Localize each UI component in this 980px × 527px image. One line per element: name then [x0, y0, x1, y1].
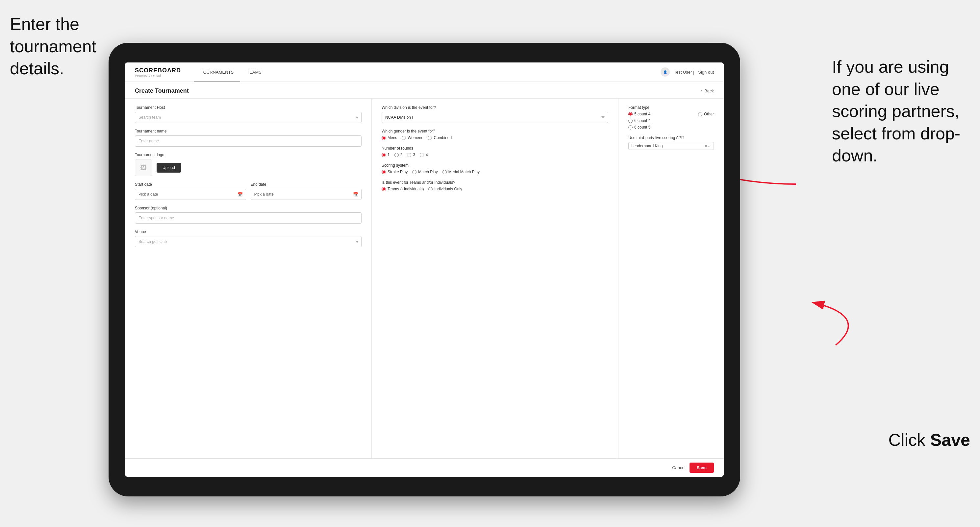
rounds-4-radio[interactable] — [420, 153, 424, 157]
tablet-device: SCOREBOARD Powered by clippi TOURNAMENTS… — [108, 43, 740, 497]
scoring-match-option[interactable]: Match Play — [412, 170, 438, 174]
format-5count4-option[interactable]: 5 count 4 — [628, 112, 651, 116]
upload-button[interactable]: Upload — [157, 163, 181, 173]
sign-out-link[interactable]: Sign out — [698, 70, 714, 75]
format-6count4-radio[interactable] — [628, 119, 633, 123]
rounds-label: Number of rounds — [382, 146, 608, 151]
annotation-top-right: If you are using one of our live scoring… — [832, 56, 970, 167]
scoring-match-radio[interactable] — [412, 170, 417, 174]
format-left-options: 5 count 4 6 count 4 6 count 5 — [628, 112, 651, 130]
brand-subtitle: Powered by clippi — [135, 74, 181, 77]
annotation-bottom-right: Click Save — [888, 429, 970, 451]
page-header: Create Tournament ‹ Back — [125, 82, 724, 98]
page-title: Create Tournament — [135, 87, 189, 94]
scoring-stroke-radio[interactable] — [382, 170, 386, 174]
rounds-1-option[interactable]: 1 — [382, 152, 390, 157]
venue-group: Venue ▾ — [135, 230, 361, 247]
start-date-input-wrapper: 📅 — [135, 189, 246, 200]
tournament-name-label: Tournament name — [135, 129, 361, 133]
start-date-input[interactable] — [135, 189, 246, 200]
rounds-group: Number of rounds 1 2 3 — [382, 146, 608, 157]
gender-womens-radio[interactable] — [402, 136, 406, 140]
venue-label: Venue — [135, 230, 361, 234]
nav-tab-tournaments[interactable]: TOURNAMENTS — [194, 62, 240, 82]
end-date-input[interactable] — [251, 189, 362, 200]
rounds-2-option[interactable]: 2 — [395, 152, 402, 157]
sponsor-label: Sponsor (optional) — [135, 206, 361, 210]
tablet-screen: SCOREBOARD Powered by clippi TOURNAMENTS… — [125, 62, 724, 477]
format-options-row: 5 count 4 6 count 4 6 count 5 — [628, 112, 714, 130]
teams-label: Is this event for Teams and/or Individua… — [382, 180, 608, 185]
gender-combined-radio[interactable] — [428, 136, 432, 140]
tournament-host-input[interactable] — [135, 112, 361, 123]
format-5count4-radio[interactable] — [628, 112, 633, 116]
rounds-3-option[interactable]: 3 — [407, 152, 415, 157]
nav-tab-teams[interactable]: TEAMS — [240, 62, 268, 82]
rounds-2-radio[interactable] — [395, 153, 399, 157]
rounds-radio-group: 1 2 3 4 — [382, 152, 608, 157]
rounds-4-option[interactable]: 4 — [420, 152, 428, 157]
teams-teams-option[interactable]: Teams (+Individuals) — [382, 187, 424, 191]
scoring-stroke-option[interactable]: Stroke Play — [382, 170, 407, 174]
cancel-button[interactable]: Cancel — [672, 465, 685, 470]
venue-input-wrapper: ▾ — [135, 236, 361, 247]
logo-placeholder: 🖼 — [135, 159, 152, 176]
format-other-radio[interactable] — [698, 112, 702, 116]
end-date-input-wrapper: 📅 — [251, 189, 362, 200]
live-scoring-dropdown-icon[interactable]: ⌄ — [708, 144, 711, 148]
start-date-field: Start date 📅 — [135, 182, 246, 200]
venue-input[interactable] — [135, 236, 361, 247]
division-select[interactable]: NCAA Division I NCAA Division II NCAA Di… — [382, 112, 608, 123]
gender-radio-group: Mens Womens Combined — [382, 135, 608, 140]
format-6count5-option[interactable]: 6 count 5 — [628, 125, 651, 130]
back-chevron-icon: ‹ — [700, 89, 702, 94]
sponsor-input[interactable] — [135, 213, 361, 224]
division-label: Which division is the event for? — [382, 105, 608, 110]
tournament-name-input[interactable] — [135, 135, 361, 147]
annotation-top-left: Enter the tournament details. — [10, 13, 122, 80]
live-scoring-tag: Leaderboard King ✕ ⌄ — [628, 142, 714, 150]
form-middle-column: Which division is the event for? NCAA Di… — [372, 98, 619, 458]
format-type-group: Format type 5 count 4 6 count 4 — [628, 105, 714, 130]
scoring-medal-match-radio[interactable] — [442, 170, 447, 174]
gender-womens-option[interactable]: Womens — [402, 135, 423, 140]
tournament-host-input-wrapper: ▾ — [135, 112, 361, 123]
user-avatar: 👤 — [660, 67, 670, 76]
save-button[interactable]: Save — [689, 463, 714, 473]
teams-individuals-option[interactable]: Individuals Only — [428, 187, 462, 191]
sponsor-group: Sponsor (optional) — [135, 206, 361, 224]
gender-combined-option[interactable]: Combined — [428, 135, 452, 140]
scoring-medal-match-option[interactable]: Medal Match Play — [442, 170, 480, 174]
calendar-icon-end: 📅 — [353, 192, 358, 197]
tournament-name-group: Tournament name — [135, 129, 361, 147]
rounds-3-radio[interactable] — [407, 153, 411, 157]
live-scoring-label: Use third-party live scoring API? — [628, 135, 714, 140]
end-date-label: End date — [251, 182, 362, 187]
start-date-label: Start date — [135, 182, 246, 187]
user-label: Test User | — [674, 70, 694, 75]
nav-tabs: TOURNAMENTS TEAMS — [194, 62, 660, 81]
format-other-option[interactable]: Other — [698, 112, 714, 116]
scoring-label: Scoring system — [382, 163, 608, 168]
gender-mens-option[interactable]: Mens — [382, 135, 397, 140]
live-scoring-close-icon[interactable]: ✕ — [704, 144, 708, 148]
teams-group: Is this event for Teams and/or Individua… — [382, 180, 608, 191]
form-right-column: Format type 5 count 4 6 count 4 — [619, 98, 724, 458]
tournament-host-group: Tournament Host ▾ — [135, 105, 361, 123]
teams-teams-radio[interactable] — [382, 187, 386, 191]
tournament-host-label: Tournament Host — [135, 105, 361, 110]
teams-individuals-radio[interactable] — [428, 187, 433, 191]
teams-radio-group: Teams (+Individuals) Individuals Only — [382, 187, 608, 191]
gender-group: Which gender is the event for? Mens Wome… — [382, 129, 608, 140]
venue-dropdown-icon: ▾ — [356, 239, 358, 244]
format-6count5-radio[interactable] — [628, 125, 633, 130]
format-6count4-option[interactable]: 6 count 4 — [628, 118, 651, 123]
scoring-radio-group: Stroke Play Match Play Medal Match Play — [382, 170, 608, 174]
gender-mens-radio[interactable] — [382, 136, 386, 140]
rounds-1-radio[interactable] — [382, 153, 386, 157]
live-scoring-value: Leaderboard King — [631, 144, 703, 148]
back-link[interactable]: ‹ Back — [700, 89, 714, 94]
tournament-logo-group: Tournament logo 🖼 Upload — [135, 152, 361, 176]
date-row: Start date 📅 End date 📅 — [135, 182, 361, 200]
logo-upload-area: 🖼 Upload — [135, 159, 361, 176]
